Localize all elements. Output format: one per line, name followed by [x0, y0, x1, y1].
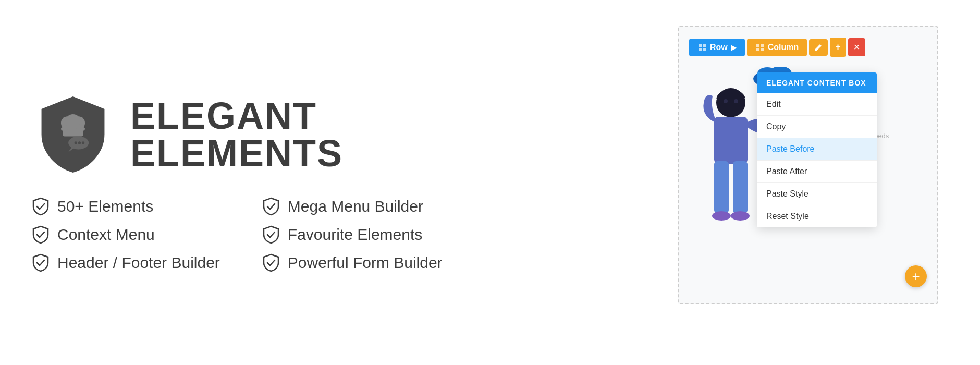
- check-shield-icon-4: [262, 225, 280, 244]
- context-menu-paste-before[interactable]: Paste Before: [757, 138, 877, 161]
- feature-item-2: Mega Menu Builder: [262, 197, 450, 216]
- feature-item-3: Context Menu: [31, 225, 220, 244]
- shield-logo: [31, 93, 115, 176]
- close-icon: ✕: [853, 42, 860, 52]
- svg-point-7: [75, 141, 77, 144]
- context-menu-header: ELEGANT CONTENT BOX: [757, 72, 877, 93]
- main-container: ELEGANT ELEMENTS 50+ Elements Mega Menu …: [0, 0, 980, 365]
- close-button[interactable]: ✕: [848, 38, 865, 56]
- check-shield-icon-3: [31, 225, 50, 244]
- column-button[interactable]: Column: [747, 39, 807, 56]
- svg-point-8: [78, 141, 81, 144]
- feature-item-1: 50+ Elements: [31, 197, 220, 216]
- context-menu: ELEGANT CONTENT BOX Edit Copy Paste Befo…: [757, 72, 877, 227]
- svg-rect-16: [756, 48, 760, 51]
- builder-ui: Row ▶ Column: [678, 26, 938, 304]
- right-section: Row ▶ Column: [678, 16, 949, 349]
- plus-icon: +: [835, 42, 841, 53]
- brand-name: ELEGANT ELEMENTS: [130, 97, 343, 172]
- svg-point-28: [712, 211, 731, 221]
- check-shield-icon-6: [262, 253, 280, 272]
- add-element-button[interactable]: +: [905, 265, 927, 287]
- feature-item-5: Header / Footer Builder: [31, 253, 220, 272]
- expand-icon: [697, 43, 707, 52]
- edit-pencil-button[interactable]: [809, 39, 828, 56]
- svg-point-30: [724, 99, 728, 103]
- svg-rect-13: [703, 48, 706, 51]
- svg-rect-11: [703, 44, 706, 47]
- svg-rect-23: [714, 117, 748, 164]
- svg-rect-26: [714, 161, 729, 213]
- svg-rect-15: [761, 44, 764, 47]
- feature-item-4: Favourite Elements: [262, 225, 450, 244]
- features-grid: 50+ Elements Mega Menu Builder Context M…: [31, 197, 450, 272]
- context-menu-paste-after[interactable]: Paste After: [757, 161, 877, 183]
- check-shield-icon-5: [31, 253, 50, 272]
- row-arrow: ▶: [731, 43, 737, 52]
- svg-rect-17: [761, 48, 764, 51]
- row-button[interactable]: Row ▶: [689, 39, 745, 56]
- svg-rect-14: [756, 44, 760, 47]
- context-menu-copy[interactable]: Copy: [757, 116, 877, 138]
- context-menu-edit[interactable]: Edit: [757, 93, 877, 116]
- add-element-plus-icon: +: [912, 269, 920, 285]
- context-menu-reset-style[interactable]: Reset Style: [757, 205, 877, 227]
- add-column-button[interactable]: +: [830, 38, 846, 57]
- logo-area: ELEGANT ELEMENTS: [31, 93, 343, 176]
- context-menu-paste-style[interactable]: Paste Style: [757, 183, 877, 205]
- left-section: ELEGANT ELEMENTS 50+ Elements Mega Menu …: [31, 93, 678, 272]
- svg-rect-27: [733, 161, 748, 213]
- toolbar: Row ▶ Column: [689, 38, 927, 57]
- svg-point-31: [734, 99, 738, 103]
- content-area: ELEGANT CONTENT BOX Edit Copy Paste Befo…: [689, 67, 927, 265]
- svg-point-4: [66, 114, 80, 129]
- column-expand-icon: [755, 43, 765, 52]
- check-shield-icon-1: [31, 197, 50, 216]
- svg-rect-12: [699, 48, 702, 51]
- svg-point-9: [82, 141, 84, 144]
- check-shield-icon-2: [262, 197, 280, 216]
- svg-rect-10: [699, 44, 702, 47]
- feature-item-6: Powerful Form Builder: [262, 253, 450, 272]
- svg-point-29: [731, 211, 750, 221]
- pencil-icon: [814, 43, 823, 52]
